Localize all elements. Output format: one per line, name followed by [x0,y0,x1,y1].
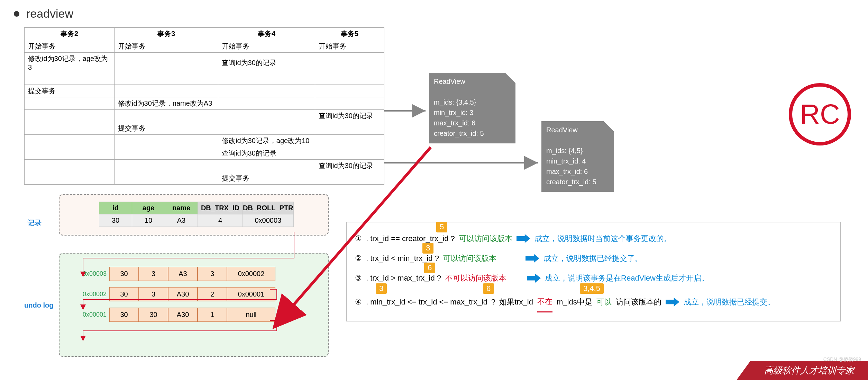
rv2-max: max_trx_id: 6 [546,166,609,177]
page-header: readview [14,7,854,20]
tag-345: 3,4,5 [580,283,604,294]
undo-label: undo log [24,301,53,309]
arrow-icon [526,254,539,263]
ptr-label: 0x00002 [78,291,109,298]
table-row [25,73,384,85]
undo-row: 0x000013030A301null [78,308,320,322]
table-row: 提交事务 [25,122,384,135]
trx-header: 事务2 [25,28,115,40]
rv2-mids: m_ids: {4,5} [546,145,609,156]
record-header: DB_ROLL_PTR [243,202,294,214]
rv2-title: ReadView [546,125,609,135]
rc-badge: RC [789,83,851,145]
record-box: idagenameDB_TRX_IDDB_ROLL_PTR 3010A340x0… [59,194,329,236]
rv1-title: ReadView [434,76,511,87]
table-row: 提交事务 [25,85,384,97]
tag-3b: 3 [376,283,387,294]
bullet-icon [14,11,19,17]
table-row: 查询id为30的记录 [25,147,384,160]
ptr-label: 0x00003 [78,270,109,277]
table-row: 修改id为30记录，age改为3查询id为30的记录 [25,53,384,73]
undo-row: 0x00003303A330x00002 [78,267,320,281]
readview-card-2: ReadView m_ids: {4,5} min_trx_id: 4 max_… [541,121,614,192]
trx-header: 事务4 [218,28,315,40]
table-row: 查询id为30的记录 [25,110,384,122]
tag-6a: 6 [424,263,435,273]
rv1-mids: m_ids: {3,4,5} [434,97,511,107]
table-row: 提交事务 [25,172,384,185]
record-table: idagenameDB_TRX_IDDB_ROLL_PTR 3010A340x0… [99,202,294,227]
tag-5: 5 [436,222,447,232]
arrow-icon [527,274,541,283]
readview-card-1: ReadView m_ids: {3,4,5} min_trx_id: 3 ma… [429,73,515,143]
table-row: 开始事务开始事务开始事务开始事务 [25,40,384,53]
rv1-creator: creator_trx_id: 5 [434,128,511,139]
undo-box: 0x00003303A330x000020x00002303A3020x0000… [59,253,329,357]
record-header: id [99,202,132,214]
table-row: 修改id为30记录，name改为A3 [25,97,384,110]
trx-header: 事务3 [115,28,218,40]
page-title: readview [26,7,73,20]
rv1-max: max_trx_id: 6 [434,118,511,128]
table-row: 修改id为30记录，age改为10 [25,135,384,147]
ptr-label: 0x00001 [78,311,109,318]
footer-banner: 高级软件人才培训专家 [737,361,868,380]
rv2-min: min_trx_id: 4 [546,156,609,166]
trx-header: 事务5 [315,28,384,40]
watermark: CSDN @傻傻999 [823,356,861,363]
arrow-icon [666,298,679,307]
record-header: name [165,202,198,214]
transaction-table: 事务2事务3事务4事务5 开始事务开始事务开始事务开始事务修改id为30记录，a… [24,27,384,185]
rules-box: 5 ① . trx_id == creator_trx_id ? 可以访问该版本… [346,222,841,321]
record-header: age [132,202,165,214]
undo-row: 0x00002303A3020x00001 [78,287,320,301]
record-header: DB_TRX_ID [198,202,243,214]
record-label: 记录 [28,218,42,228]
table-row: 查询id为30的记录 [25,160,384,172]
rv2-creator: creator_trx_id: 5 [546,177,609,187]
tag-3a: 3 [422,243,433,254]
arrow-icon [517,234,530,243]
rule-4: 3 6 3,4,5 ④ . min_trx_id <= trx_id <= ma… [355,292,832,312]
rv1-min: min_trx_id: 3 [434,107,511,118]
tag-6b: 6 [483,283,494,294]
